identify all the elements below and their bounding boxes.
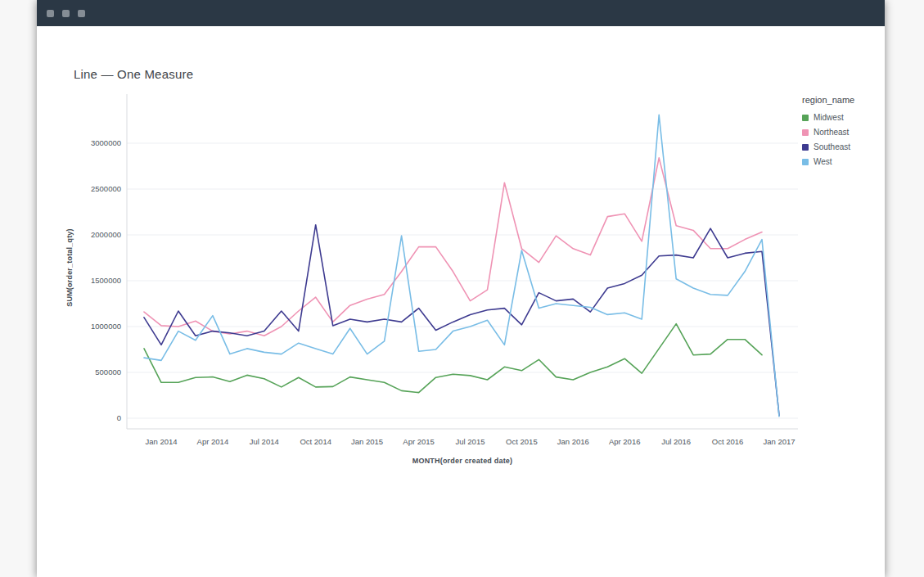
line-chart-svg: SUM(order_total_qty) MONTH(order created… (37, 26, 885, 485)
legend: region_name MidwestNortheastSoutheastWes… (802, 95, 884, 172)
window-control-icon[interactable] (47, 10, 54, 17)
window-control-icon[interactable] (78, 10, 85, 17)
legend-item-west[interactable]: West (802, 157, 884, 166)
y-tick-label: 500000 (95, 367, 121, 376)
x-tick-label: Oct 2016 (712, 437, 744, 446)
y-tick-label: 3000000 (91, 138, 121, 147)
legend-item-midwest[interactable]: Midwest (802, 113, 884, 122)
y-tick-label: 1500000 (91, 276, 121, 285)
x-tick-label: Jan 2016 (557, 437, 589, 446)
legend-swatch-icon (802, 115, 809, 121)
legend-swatch-icon (802, 144, 809, 151)
x-tick-label: Jul 2014 (250, 437, 279, 446)
x-tick-label: Apr 2015 (403, 437, 435, 446)
y-tick-label: 2000000 (91, 230, 121, 239)
x-axis-title: MONTH(order created date) (412, 457, 513, 465)
legend-label: West (814, 157, 832, 166)
chart-title: Line — One Measure (74, 67, 193, 81)
x-tick-label: Apr 2014 (197, 437, 229, 446)
legend-label: Northeast (814, 128, 849, 137)
x-tick-label: Jan 2017 (763, 437, 795, 446)
legend-swatch-icon (802, 129, 809, 136)
y-tick-label: 0 (117, 413, 121, 422)
y-tick-label: 2500000 (91, 184, 121, 193)
x-tick-label: Oct 2015 (506, 437, 538, 446)
x-tick-label: Jul 2016 (661, 437, 691, 446)
legend-items: MidwestNortheastSoutheastWest (802, 113, 884, 166)
legend-swatch-icon (802, 159, 809, 165)
app-window: SUM(order_total_qty) MONTH(order created… (37, 0, 885, 577)
legend-title: region_name (802, 95, 884, 105)
x-tick-label: Jul 2015 (456, 437, 485, 446)
legend-label: Midwest (814, 113, 844, 122)
x-tick-label: Jan 2014 (145, 437, 177, 446)
series-line-west[interactable] (144, 115, 779, 417)
y-tick-label: 1000000 (91, 322, 121, 331)
legend-item-southeast[interactable]: Southeast (802, 142, 884, 151)
series-line-southeast[interactable] (144, 225, 779, 416)
series-line-northeast[interactable] (144, 158, 762, 336)
window-content: SUM(order_total_qty) MONTH(order created… (37, 26, 885, 577)
y-axis-title: SUM(order_total_qty) (65, 228, 74, 307)
legend-item-northeast[interactable]: Northeast (802, 128, 884, 137)
legend-label: Southeast (814, 142, 850, 151)
x-tick-label: Apr 2016 (609, 437, 641, 446)
window-titlebar (37, 0, 885, 26)
x-tick-label: Oct 2014 (300, 437, 331, 446)
x-tick-label: Jan 2015 (351, 437, 383, 446)
window-control-icon[interactable] (62, 10, 70, 17)
